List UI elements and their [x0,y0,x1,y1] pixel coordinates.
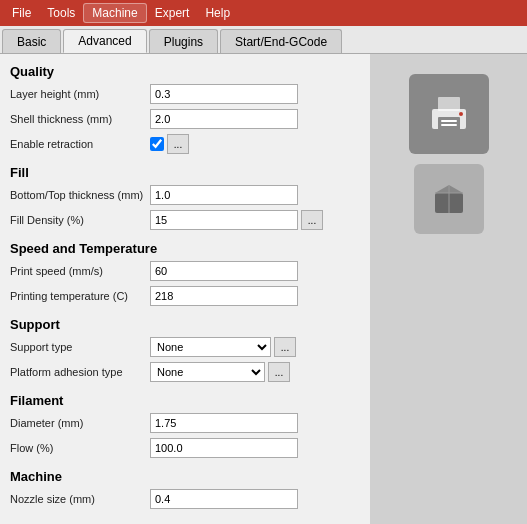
form-panel: Quality Layer height (mm) Shell thicknes… [0,54,370,524]
printer-svg [424,89,474,139]
row-fill-density: Fill Density (%) ... [10,209,360,231]
select-platform-adhesion[interactable]: None Brim Raft [150,362,265,382]
section-quality: Quality [10,64,360,79]
input-fill-density[interactable] [150,210,298,230]
input-diameter[interactable] [150,413,298,433]
dots-button-support-type[interactable]: ... [274,337,296,357]
label-nozzle-size: Nozzle size (mm) [10,493,150,505]
right-panel [370,54,527,524]
label-bottom-top-thickness: Bottom/Top thickness (mm) [10,189,150,201]
section-support: Support [10,317,360,332]
checkbox-enable-retraction[interactable] [150,137,164,151]
box-svg [427,177,471,221]
label-print-speed: Print speed (mm/s) [10,265,150,277]
svg-rect-3 [441,120,457,122]
select-support-type[interactable]: None Touching buildplate Everywhere [150,337,271,357]
row-print-speed: Print speed (mm/s) [10,260,360,282]
svg-point-5 [459,112,463,116]
row-enable-retraction: Enable retraction ... [10,133,360,155]
dots-button-platform-adhesion[interactable]: ... [268,362,290,382]
tabbar: Basic Advanced Plugins Start/End-GCode [0,26,527,54]
row-platform-adhesion: Platform adhesion type None Brim Raft ..… [10,361,360,383]
row-layer-height: Layer height (mm) [10,83,360,105]
svg-rect-4 [441,124,457,126]
row-support-type: Support type None Touching buildplate Ev… [10,336,360,358]
dots-button-fill-density[interactable]: ... [301,210,323,230]
label-platform-adhesion: Platform adhesion type [10,366,150,378]
row-print-temp: Printing temperature (C) [10,285,360,307]
menu-tools[interactable]: Tools [39,4,83,22]
box-icon [414,164,484,234]
input-print-temp[interactable] [150,286,298,306]
menu-expert[interactable]: Expert [147,4,198,22]
label-flow: Flow (%) [10,442,150,454]
row-flow: Flow (%) [10,437,360,459]
label-fill-density: Fill Density (%) [10,214,150,226]
row-bottom-top-thickness: Bottom/Top thickness (mm) [10,184,360,206]
label-shell-thickness: Shell thickness (mm) [10,113,150,125]
label-diameter: Diameter (mm) [10,417,150,429]
input-layer-height[interactable] [150,84,298,104]
input-shell-thickness[interactable] [150,109,298,129]
menubar: File Tools Machine Expert Help [0,0,527,26]
tab-basic[interactable]: Basic [2,29,61,53]
row-nozzle-size: Nozzle size (mm) [10,488,360,510]
tab-advanced[interactable]: Advanced [63,29,146,53]
section-fill: Fill [10,165,360,180]
label-print-temp: Printing temperature (C) [10,290,150,302]
printer-icon [409,74,489,154]
input-flow[interactable] [150,438,298,458]
menu-file[interactable]: File [4,4,39,22]
tab-start-end-gcode[interactable]: Start/End-GCode [220,29,342,53]
svg-rect-1 [438,97,460,111]
label-enable-retraction: Enable retraction [10,138,150,150]
section-machine: Machine [10,469,360,484]
section-speed-temp: Speed and Temperature [10,241,360,256]
row-diameter: Diameter (mm) [10,412,360,434]
dots-button-retraction[interactable]: ... [167,134,189,154]
menu-help[interactable]: Help [197,4,238,22]
section-filament: Filament [10,393,360,408]
label-support-type: Support type [10,341,150,353]
row-shell-thickness: Shell thickness (mm) [10,108,360,130]
tab-plugins[interactable]: Plugins [149,29,218,53]
label-layer-height: Layer height (mm) [10,88,150,100]
input-bottom-top-thickness[interactable] [150,185,298,205]
input-print-speed[interactable] [150,261,298,281]
menu-machine[interactable]: Machine [83,3,146,23]
input-nozzle-size[interactable] [150,489,298,509]
